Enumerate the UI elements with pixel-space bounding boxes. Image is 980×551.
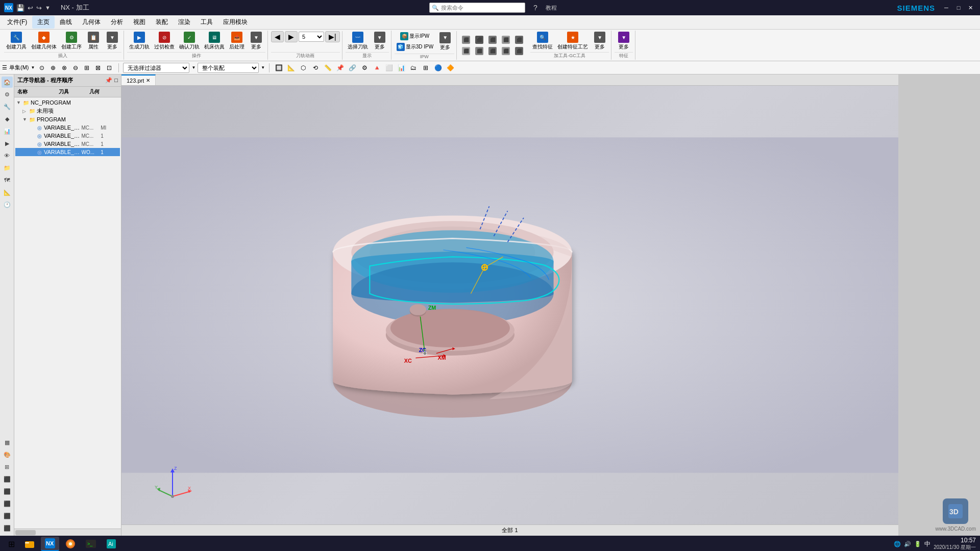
extra-btn-9[interactable]: ⬛ [500,46,512,56]
sidebar-icon-settings[interactable]: ⚙ [2,89,13,100]
extra-btn-7[interactable]: ⬛ [473,46,485,56]
display-more-button[interactable]: ▼ 更多 [371,31,389,52]
quick-access-undo[interactable]: ↩ [28,4,33,12]
select-path-button[interactable]: 〰 选择刀轨 [346,31,370,52]
view-icon-9[interactable]: 🔺 [372,63,382,73]
viewport-tab-close[interactable]: ✕ [146,78,150,83]
sidebar-icon-data[interactable]: 📁 [2,162,13,173]
extra-btn-10[interactable]: ⬛ [513,46,525,56]
tree-unused[interactable]: ▷ 📁 未用项 [15,107,120,115]
post-button[interactable]: 📤 后处理 [227,31,247,52]
show-3d-ipw-button[interactable]: 🧊 显示3D IPW [395,42,435,52]
extra-btn-1[interactable]: ⬛ [460,35,472,45]
menu-file[interactable]: 文件(F) [2,16,32,29]
tree-program[interactable]: ▼ 📁 PROGRAM [15,115,120,123]
taskbar-app5[interactable]: Ai [102,537,120,551]
create-geometry-button[interactable]: ◆ 创建几何体 [29,31,59,52]
find-feature-button[interactable]: 🔍 查找特征 [530,31,555,52]
machine-sim-button[interactable]: 🖥 机床仿真 [202,31,227,52]
filter-select[interactable]: 无选择过滤器 [123,63,189,73]
volume-icon[interactable]: 🔊 [904,541,911,547]
tree-var4[interactable]: ◎ VARIABLE_CO... WO... 1 [15,148,120,156]
viewport-tab-file[interactable]: 123.prt ✕ [121,74,156,85]
sidebar-icon-tools[interactable]: 🔧 [2,101,13,112]
sel-icon-5[interactable]: ⊞ [82,63,92,73]
extra-btn-3[interactable]: ⬛ [486,35,499,45]
sidebar-icon-measure[interactable]: 📐 [2,187,13,198]
special-more-button[interactable]: ▼ 更多 [615,31,633,52]
taskbar-browser[interactable] [61,537,80,551]
sidebar-icon-layers[interactable]: ▦ [2,437,13,448]
tree-var1[interactable]: ◎ VARIABLE_CO... MC... MI [15,123,120,132]
maximize-button[interactable]: □ [953,3,964,13]
filter-dropdown[interactable]: ▼ [191,65,195,70]
selection-bar-menu[interactable]: ☰ [2,64,7,71]
part-view[interactable]: ZM XC XM ZC Z [121,86,898,524]
start-button[interactable]: ⊞ [4,537,18,551]
menu-geometry[interactable]: 几何体 [77,16,106,29]
assembly-dropdown[interactable]: ▼ [261,65,265,70]
tree-var3[interactable]: ◎ VARIABLE_CO... MC... 1 [15,140,120,148]
sidebar-icon-filter[interactable]: ⊞ [2,461,13,472]
property-button[interactable]: 📋 属性 [84,31,103,52]
gc-more-button[interactable]: ▼ 更多 [591,31,609,52]
view-icon-3[interactable]: ⬡ [298,63,308,73]
extra-btn-6[interactable]: ⬛ [460,46,472,56]
show-ipw-button[interactable]: 📦 显示IPW [398,31,431,41]
taskbar-filemanager[interactable] [20,537,39,551]
sidebar-icon-more5[interactable]: ⬛ [2,522,13,534]
quick-access-save[interactable]: 💾 [16,4,24,12]
search-input[interactable] [441,5,523,11]
help-icon[interactable]: ? [533,4,537,12]
view-icon-13[interactable]: ⊞ [421,63,431,73]
view-icon-14[interactable]: 🔵 [433,63,443,73]
menu-home[interactable]: 主页 [32,16,55,29]
nav-back-button[interactable]: ◀ [271,31,284,42]
tree-var2[interactable]: ◎ VARIABLE_CO... MC... 1 [15,132,120,140]
view-icon-7[interactable]: 🔗 [347,63,357,73]
panel-hscrollbar[interactable] [14,529,121,536]
search-bar[interactable]: 🔍 [429,3,525,13]
extra-btn-5[interactable]: ⬛ [513,35,525,45]
sel-icon-4[interactable]: ⊖ [70,63,81,73]
nav-forward-button[interactable]: ▶ [285,31,298,42]
sidebar-icon-view[interactable]: 👁 [2,150,13,161]
quick-access-redo[interactable]: ↪ [36,4,42,12]
panel-expand-icon[interactable]: □ [114,77,118,84]
view-icon-10[interactable]: ⬜ [384,63,394,73]
tree-root[interactable]: ▼ 📁 NC_PROGRAM [15,98,120,107]
menu-analysis[interactable]: 分析 [106,16,128,29]
menu-curve[interactable]: 曲线 [55,16,77,29]
insert-more-button[interactable]: ▼ 更多 [103,31,121,52]
extra-btn-2[interactable]: ⬛ [473,35,485,45]
sidebar-icon-more1[interactable]: ⬛ [2,473,13,485]
verify-button[interactable]: ✓ 确认刀轨 [177,31,202,52]
generate-button[interactable]: ▶ 生成刀轨 [127,31,152,52]
extra-btn-4[interactable]: ⬛ [500,35,512,45]
sel-icon-2[interactable]: ⊕ [48,63,58,73]
create-tool-button[interactable]: 🔧 创建刀具 [4,31,29,52]
taskbar-nx-app[interactable]: NX [41,537,59,551]
sidebar-icon-analysis[interactable]: 📊 [2,126,13,137]
view-icon-8[interactable]: ⚙ [359,63,370,73]
sel-icon-7[interactable]: ⊡ [104,63,114,73]
sidebar-icon-nav[interactable]: 🗺 [2,174,13,186]
ipw-more-button[interactable]: ▼ 更多 [436,31,454,52]
speed-select[interactable]: 5 [299,32,324,42]
sidebar-icon-home[interactable]: 🏠 [2,77,13,88]
view-icon-4[interactable]: ⟲ [310,63,321,73]
menu-assembly[interactable]: 装配 [151,16,173,29]
sidebar-icon-geometry[interactable]: ◆ [2,113,13,124]
view-icon-12[interactable]: 🗂 [408,63,419,73]
view-icon-11[interactable]: 📊 [396,63,406,73]
battery-icon[interactable]: 🔋 [914,541,921,547]
view-icon-2[interactable]: 📐 [286,63,296,73]
panel-pin-icon[interactable]: 📌 [105,77,112,84]
view-icon-15[interactable]: 🔶 [445,63,455,73]
view-icon-5[interactable]: 📏 [323,63,333,73]
ops-more-button[interactable]: ▼ 更多 [247,31,265,52]
sel-icon-1[interactable]: ⊙ [37,63,47,73]
overcut-button[interactable]: ⊘ 过切检查 [152,31,177,52]
sidebar-icon-more2[interactable]: ⬛ [2,486,13,497]
menu-view[interactable]: 视图 [128,16,151,29]
